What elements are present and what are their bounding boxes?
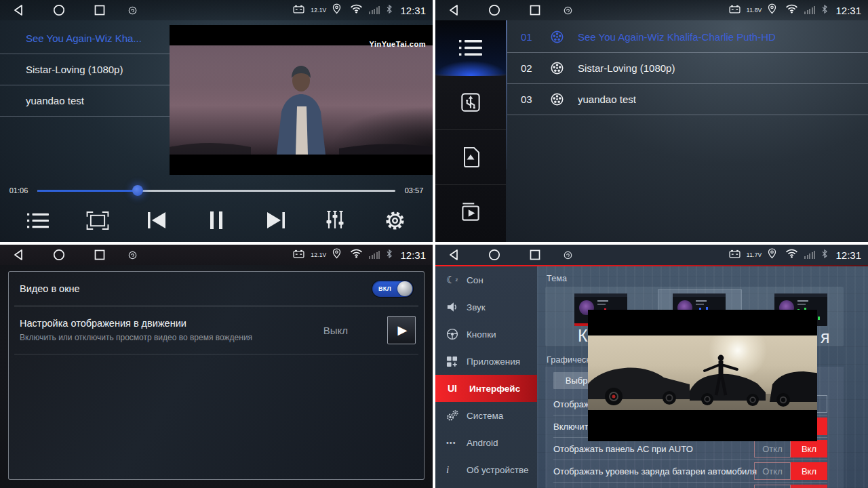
car-battery-icon <box>729 249 741 261</box>
setting-row: Отображать уровень заряда батареи автомо… <box>545 460 844 483</box>
track-row[interactable]: 03 yuandao test <box>507 84 868 115</box>
home-button[interactable] <box>487 3 502 18</box>
back-button[interactable] <box>11 3 26 18</box>
active-glow <box>435 61 506 76</box>
media-sidebar <box>435 20 506 242</box>
settings-sidebar: ☾z Сон Звук Кнопки Приложения UI Интерфе… <box>435 266 537 488</box>
aspect-ratio-icon[interactable] <box>83 207 113 234</box>
dots-icon: ••• <box>446 439 467 447</box>
on-button[interactable] <box>791 485 827 488</box>
sidebar-item-sdcard[interactable] <box>435 130 506 185</box>
track-title: Sistar-Loving (1080p) <box>578 62 675 74</box>
recents-button[interactable] <box>528 3 542 18</box>
speaker-icon <box>446 302 467 312</box>
theme-name-partial: К <box>578 326 588 346</box>
screenshot-icon[interactable] <box>125 247 140 262</box>
quadrant-media-list: 11.8V 12:31 <box>435 0 868 242</box>
elapsed-time: 01:06 <box>0 186 37 195</box>
toggle-knob <box>397 281 412 296</box>
sidebar-item-android[interactable]: ••• Об устройстве Android <box>435 429 537 456</box>
thumb-titlebar <box>774 293 827 297</box>
next-icon[interactable] <box>261 207 291 234</box>
on-button[interactable]: Вкл <box>791 440 827 458</box>
setting-title: Видео в окне <box>20 283 80 294</box>
wifi-icon <box>785 4 798 16</box>
floating-video-window[interactable] <box>588 310 817 441</box>
voltage-text: 12.1V <box>311 251 326 258</box>
settings-panel: Видео в окне ВКЛ Настройка отображения в… <box>8 271 425 480</box>
back-button[interactable] <box>446 3 461 18</box>
setting-label: Отображать уровень заряда батареи автомо… <box>553 466 757 476</box>
back-button[interactable] <box>446 247 461 262</box>
seek-thumb[interactable] <box>132 185 143 196</box>
sidebar-item-buttons[interactable]: Кнопки <box>435 321 537 348</box>
quadrant-ui-settings: 11.7V 12:31 ☾z Сон Звук Кнопки <box>435 245 868 488</box>
sidebar-item-apps[interactable]: Приложения <box>435 348 537 375</box>
back-button[interactable] <box>11 247 26 262</box>
video-in-window-toggle[interactable]: ВКЛ <box>372 281 413 297</box>
home-button[interactable] <box>487 247 502 262</box>
sidebar-item-about[interactable]: i Об устройстве <box>435 456 537 483</box>
recents-button[interactable] <box>528 247 542 262</box>
voltage-text: 12.1V <box>311 7 326 14</box>
film-reel-icon <box>551 93 578 106</box>
setting-label: Отображ <box>553 399 590 409</box>
off-button[interactable] <box>754 485 791 488</box>
sidebar-item-sleep[interactable]: ☾z Сон <box>435 266 537 293</box>
film-reel-icon <box>551 62 578 75</box>
video-surface[interactable]: YinYueTai.com <box>170 25 433 175</box>
recents-button[interactable] <box>92 3 107 18</box>
previous-icon[interactable] <box>142 207 172 234</box>
info-icon: i <box>446 464 467 476</box>
section-label-theme: Тема <box>547 274 567 283</box>
divider <box>14 354 418 354</box>
video-frame-person <box>170 45 433 155</box>
wifi-icon <box>785 249 798 261</box>
screenshot-icon[interactable] <box>560 3 575 18</box>
setting-label: Отображать панель AC при AUTO <box>553 444 693 454</box>
sidebar-item-interface[interactable]: UI Интерфейс <box>435 375 537 402</box>
track-row[interactable]: 02 Sistar-Loving (1080p) <box>507 53 868 84</box>
track-number: 01 <box>521 31 551 43</box>
status-bar: 12.1V 12:31 <box>0 0 433 20</box>
ui-icon: UI <box>446 382 469 395</box>
seek-bar[interactable] <box>37 190 395 192</box>
screenshot-icon[interactable] <box>560 247 575 262</box>
sidebar-label: Об устройстве <box>467 465 529 475</box>
status-bar: 11.8V 12:31 <box>435 0 868 20</box>
sidebar-item-sound[interactable]: Звук <box>435 293 537 321</box>
bluetooth-icon <box>386 4 393 17</box>
track-row[interactable]: 01 See You Again-Wiz Khalifa-Charlie Put… <box>507 22 868 53</box>
equalizer-icon[interactable] <box>320 207 350 234</box>
setting-value: Выкл <box>323 325 348 336</box>
gears-icon <box>446 409 467 422</box>
home-button[interactable] <box>52 247 66 262</box>
thumb-titlebar <box>673 293 726 297</box>
steering-wheel-icon <box>446 328 467 340</box>
sidebar-label: Android <box>467 438 498 448</box>
settings-gear-icon[interactable] <box>380 207 410 234</box>
bluetooth-icon <box>821 249 828 262</box>
setting-row-motion-display[interactable]: Настройка отображения в движении Включит… <box>9 306 424 354</box>
screenshot-icon[interactable] <box>125 3 140 18</box>
on-button[interactable]: Вкл <box>791 462 827 480</box>
sidebar-item-system[interactable]: Система <box>435 402 537 429</box>
playlist-item[interactable]: Sistar-Loving (1080p) <box>0 54 170 85</box>
off-button[interactable]: Откл <box>754 462 791 480</box>
recents-button[interactable] <box>92 247 107 262</box>
sidebar-item-usb[interactable] <box>435 75 506 130</box>
playlist-item[interactable]: See You Again-Wiz Kha... <box>0 23 170 54</box>
location-icon <box>768 3 776 17</box>
playlist-icon[interactable] <box>23 207 53 234</box>
off-button[interactable]: Откл <box>754 440 791 458</box>
car-battery-icon <box>293 4 304 16</box>
pause-icon[interactable] <box>201 207 231 234</box>
home-button[interactable] <box>52 3 66 18</box>
sidebar-item-playlist[interactable] <box>435 20 506 75</box>
sidebar-label: Приложения <box>467 357 520 367</box>
play-icon: ▶ <box>398 324 408 336</box>
play-button[interactable]: ▶ <box>387 316 416 344</box>
playlist-item[interactable]: yuandao test <box>0 85 170 117</box>
track-title: yuandao test <box>578 94 636 105</box>
sidebar-item-video[interactable] <box>435 185 506 239</box>
